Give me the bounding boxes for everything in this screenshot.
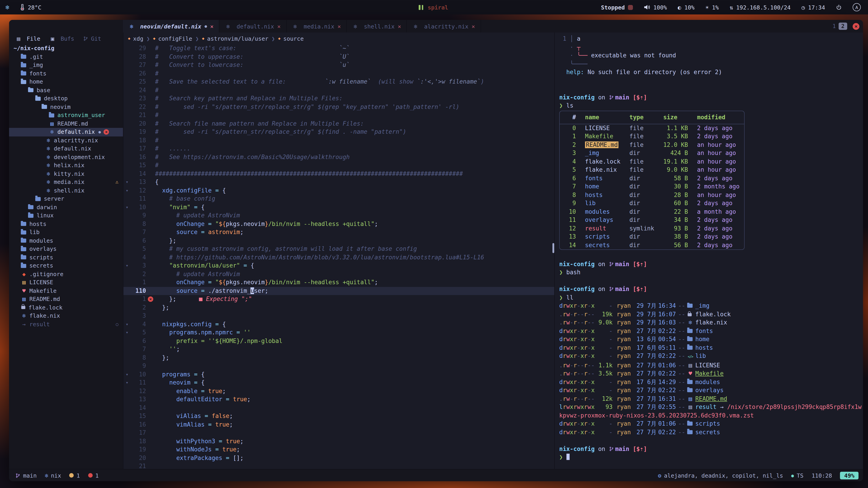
code-line[interactable]: 12 enable = true; [123, 387, 554, 395]
fold-arrow[interactable]: ▾ [123, 370, 131, 379]
code-line[interactable]: 8 }; [123, 354, 554, 362]
code-line[interactable]: 7 source = astronvim; [123, 228, 554, 236]
file-tree-item[interactable]: home [9, 78, 123, 86]
breadcrumb-segment[interactable]: ◆astronvim/lua/user [202, 35, 269, 42]
file-tree-item[interactable]: desktop [9, 94, 123, 103]
code-line[interactable]: 22# sed -ri "s/pattern_str/replace_str/g… [123, 103, 554, 111]
buffer-tab[interactable]: ❄media.nix× [287, 20, 347, 33]
code-line[interactable]: 19# sed -ri "s/pattern_str/replace_str/g… [123, 128, 554, 136]
file-tree-item[interactable]: darwin [9, 203, 123, 212]
code-line[interactable]: 2 # update AstroNvim [123, 270, 554, 278]
error-count[interactable]: 1 [88, 472, 99, 479]
code-line[interactable]: ▾11 neovim = { [123, 379, 554, 387]
file-tree-item[interactable]: scripts [9, 253, 123, 262]
close-tab-icon[interactable]: × [277, 23, 281, 30]
file-tree-item[interactable]: linux [9, 212, 123, 220]
code-line[interactable]: 19 withNodeJs = true; [123, 446, 554, 454]
file-tree-item[interactable]: ❄shell.nix [9, 186, 123, 195]
code-line[interactable]: 9 [123, 362, 554, 370]
code-line[interactable]: 17# ...... [123, 144, 554, 153]
code-line[interactable]: 21 [123, 462, 554, 469]
code-line[interactable]: 110 source = ./astronvim_user; [123, 287, 554, 295]
file-tree-item[interactable]: base [9, 86, 123, 94]
code-line[interactable]: 28# Convert to uppercase: `U` [123, 53, 554, 61]
stopped-status[interactable]: Stopped [601, 4, 633, 11]
sidebar-tab-bufs[interactable]: ▣Bufs [49, 35, 74, 42]
code-line[interactable]: 1× };■ Expecting ";" [123, 295, 554, 303]
tabpage-indicator[interactable]: 1 [830, 23, 838, 30]
launcher[interactable]: ❄ [5, 4, 9, 11]
temperature-widget[interactable]: 28°C [20, 4, 41, 11]
fold-arrow[interactable]: ▾ [123, 203, 131, 212]
editor-pane[interactable]: ◆xdg❯◆configFile❯◆astronvim/lua/user❯◆so… [123, 33, 555, 469]
code-line[interactable]: 29# Toggle text's case: `~` [123, 44, 554, 53]
code-line[interactable]: 7 ''; [123, 345, 554, 354]
close-tab-icon[interactable]: × [338, 23, 341, 30]
file-tree-item[interactable]: _img [9, 61, 123, 69]
file-tree-item[interactable]: fonts [9, 69, 123, 78]
code-line[interactable]: 14 [123, 404, 554, 412]
editor-scrollbar-thumb[interactable] [553, 243, 554, 253]
code-line[interactable]: 23# Search key pattern and Replace in Mu… [123, 94, 554, 103]
file-tree-item[interactable]: lib [9, 228, 123, 236]
fold-arrow[interactable]: ▾ [123, 320, 131, 328]
code-line[interactable]: ▾10 "nvim" = { [123, 203, 554, 212]
file-tree-item[interactable]: ❄default.nix [9, 144, 123, 153]
file-tree-item[interactable]: flake.lock [9, 303, 123, 312]
mic-widget[interactable]: ◐ 10% [678, 4, 694, 11]
file-tree-item[interactable]: neovim [9, 103, 123, 111]
power-button[interactable] [836, 4, 842, 10]
code-line[interactable]: 9 # update AstroNvim [123, 212, 554, 220]
file-tree-item[interactable]: ▤README.md [9, 120, 123, 128]
volume-widget[interactable]: 100% [644, 4, 667, 11]
code-line[interactable]: 1 onChange = "${pkgs.neovim}/bin/nvim --… [123, 278, 554, 287]
fold-arrow[interactable]: ▾ [123, 328, 131, 337]
buffer-tab[interactable]: ❄alacritty.nix× [407, 20, 481, 33]
file-tree-item[interactable]: →result○ [9, 320, 123, 328]
file-tree-root[interactable]: ~/nix-config [9, 44, 123, 53]
tabpage-indicator[interactable]: 2 [839, 23, 847, 30]
file-tree-item[interactable]: ▤LICENSE [9, 278, 123, 287]
code-line[interactable]: ▾5 programs.npm.npmrc = '' [123, 328, 554, 337]
buffer-tab[interactable]: ❄neovim/default.nix●× [123, 20, 219, 33]
file-tree-item[interactable]: ❄development.nix [9, 153, 123, 161]
code-line[interactable]: ▾13{ [123, 178, 554, 186]
file-tree-item[interactable]: secrets [9, 262, 123, 270]
file-tree-item[interactable]: ❄default.nix●× [9, 128, 123, 136]
file-tree-item[interactable]: astronvim_user [9, 111, 123, 120]
code-line[interactable]: 11 # base config [123, 195, 554, 203]
breadcrumb-segment[interactable]: ◆source [278, 35, 304, 42]
file-tree-item[interactable]: modules [9, 236, 123, 245]
clock-widget[interactable]: ◷ 17:34 [802, 4, 825, 11]
file-tree-item[interactable]: ❄alacritty.nix [9, 136, 123, 144]
code-line[interactable]: 24# [123, 86, 554, 94]
fold-arrow[interactable]: ▾ [123, 379, 131, 387]
fold-arrow[interactable]: ▾ [123, 262, 131, 270]
code-line[interactable]: 20# Search file name pattern and Replace… [123, 120, 554, 128]
close-tab-icon[interactable]: × [398, 23, 401, 30]
buffer-tab[interactable]: ❄default.nix× [219, 20, 287, 33]
code-line[interactable]: 13 defaultEditor = true; [123, 395, 554, 404]
fold-arrow[interactable]: ▾ [123, 186, 131, 195]
code-line[interactable]: 2 }; [123, 303, 554, 312]
network-widget[interactable]: ⇅ 192.168.5.100/24 [730, 4, 791, 11]
file-tree-item[interactable]: .git [9, 53, 123, 61]
close-tab-icon[interactable]: × [471, 23, 475, 30]
code-line[interactable]: 5 # my cusotm astronvim config, astronvi… [123, 245, 554, 253]
code-line[interactable]: 8 onChange = "${pkgs.neovim}/bin/nvim --… [123, 220, 554, 228]
code-line[interactable]: 21# [123, 111, 554, 120]
code-line[interactable]: 16 vimAlias = true; [123, 420, 554, 429]
close-window-button[interactable]: × [852, 23, 860, 30]
code-line[interactable]: 18# [123, 136, 554, 144]
code-line[interactable]: 4 # https://github.com/AstroNvim/AstroNv… [123, 253, 554, 262]
code-line[interactable]: 25# Save the selected text to a file: `:… [123, 78, 554, 86]
file-tree-item[interactable]: server [9, 195, 123, 203]
code-line[interactable]: 6 }; [123, 236, 554, 245]
code-line[interactable]: 26# [123, 69, 554, 78]
buffer-tab[interactable]: ❄shell.nix× [347, 20, 407, 33]
code-line[interactable]: 27# Convert to lowercase: `u` [123, 61, 554, 69]
code-line[interactable]: 15# [123, 161, 554, 170]
media-pause-icon[interactable] [418, 5, 423, 10]
code-line[interactable]: ▾12 xdg.configFile = { [123, 186, 554, 195]
file-tree-item[interactable]: ❄helix.nix [9, 161, 123, 170]
